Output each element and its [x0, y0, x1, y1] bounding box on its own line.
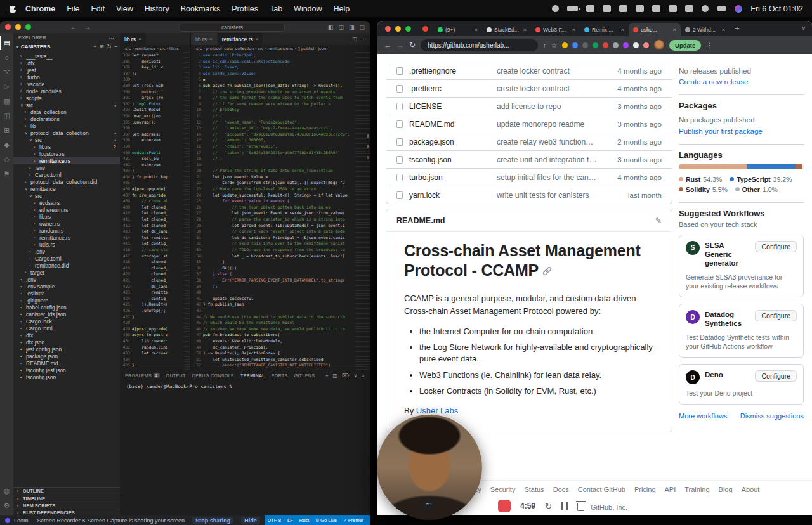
tree-folder-target[interactable]: ›target	[13, 269, 120, 276]
chrome-menu-icon[interactable]: ⋮	[706, 42, 712, 49]
close-tab-icon[interactable]: ×	[722, 27, 725, 33]
tree-file-tsconfig-jest-json[interactable]: ▪tsconfig.jest.json	[13, 366, 120, 373]
stop-recording-button[interactable]	[498, 500, 511, 512]
tree-folder-src[interactable]: ∨src●	[13, 101, 120, 108]
usher-labs-link[interactable]: Usher Labs	[416, 406, 458, 415]
collapse-folders-icon[interactable]: −	[114, 44, 117, 49]
tree-folder-jest[interactable]: ›.jest	[13, 67, 120, 74]
menu-chrome[interactable]: Chrome	[20, 4, 61, 13]
tree-file-cargo-toml[interactable]: ▪Cargo.toml	[13, 325, 120, 332]
keyboard-brightness-icon[interactable]	[685, 5, 693, 12]
footer-link-api[interactable]: API	[665, 486, 676, 493]
tree-file-env[interactable]: ▪.env	[13, 248, 120, 255]
nav-back-icon[interactable]: ←	[70, 23, 77, 30]
close-window-button[interactable]	[385, 26, 391, 32]
forward-button[interactable]: →	[396, 41, 404, 49]
new-tab-button[interactable]: +	[735, 23, 740, 33]
tree-file-ecdsa-rs[interactable]: ▪ecdsa.rs	[13, 199, 120, 206]
tree-file-babel-config-json[interactable]: ▪babel.config.json	[13, 304, 120, 311]
tree-file-env-sample[interactable]: ▪.env.sample	[13, 283, 120, 290]
back-button[interactable]: ←	[384, 41, 391, 49]
tree-file-eslintrc[interactable]: ▪.eslintrc	[13, 290, 120, 297]
panel-tab-ports[interactable]: PORTS	[272, 370, 288, 380]
minimize-window-button[interactable]	[395, 26, 401, 32]
anchor-link-icon[interactable]	[542, 266, 552, 276]
command-center-search[interactable]: canisters	[180, 23, 285, 32]
tree-folder-turbo[interactable]: ›.turbo	[13, 74, 120, 81]
file-row-readme-md[interactable]: README.mdupdate monorepo readme3 months …	[386, 115, 672, 133]
file-name[interactable]: .prettierrc	[409, 84, 490, 93]
file-name[interactable]: yarn.lock	[409, 191, 490, 200]
footer-link-blog[interactable]: Blog	[719, 486, 733, 493]
bluetooth-icon[interactable]	[636, 5, 644, 12]
tree-folder-vscode[interactable]: ›.vscode	[13, 81, 120, 88]
tree-folder-tests[interactable]: ›___tests__	[13, 53, 120, 60]
tree-folder-protocol-data-collection[interactable]: ∨protocol_data_collection●	[13, 129, 120, 136]
tree-file-remittance-rs[interactable]: ▪remittance.rs	[13, 234, 120, 241]
footer-link-about[interactable]: About	[742, 486, 760, 493]
zoom-window-button[interactable]	[405, 26, 411, 32]
tree-file-dfx[interactable]: ▪dfx	[13, 332, 120, 339]
section-rust-dependencies[interactable]: ›RUST DEPENDENCIES	[13, 509, 120, 515]
tree-file-remittance-did[interactable]: ▪remittance.did	[13, 262, 120, 269]
tree-file-canister-ids-json[interactable]: ▪canister_ids.json	[13, 311, 120, 318]
minimize-window-button[interactable]	[15, 24, 21, 30]
refresh-explorer-icon[interactable]: ↻	[107, 44, 112, 49]
footer-link-status[interactable]: Status	[524, 486, 544, 493]
footer-link-docs[interactable]: Docs	[553, 486, 569, 493]
status-utf-8[interactable]: UTF-8	[268, 517, 281, 523]
file-name[interactable]: README.md	[409, 120, 490, 129]
extension-icon[interactable]	[613, 42, 619, 48]
display-icon[interactable]	[603, 5, 611, 12]
docker-icon[interactable]: ◇	[0, 152, 13, 167]
file-name[interactable]: .prettierignore	[409, 67, 490, 75]
close-window-button[interactable]	[5, 24, 11, 30]
close-tab-icon[interactable]: ×	[621, 27, 624, 33]
editor-tab-lib-rs[interactable]: lib.rs×	[191, 33, 218, 45]
new-file-icon[interactable]: +	[93, 44, 96, 49]
gitlens-icon[interactable]: ◆	[0, 138, 13, 152]
configure-button[interactable]: Configure	[755, 241, 797, 252]
screen-mirroring-icon[interactable]	[586, 5, 594, 12]
file-row-prettierrc[interactable]: .prettierrccreate locker contract4 month…	[386, 79, 672, 97]
commit-message[interactable]: add license to repo	[497, 102, 597, 111]
explorer-more-icon[interactable]: ⋯	[109, 35, 115, 41]
menubar-clock[interactable]: Fri 6 Oct 01:02	[750, 4, 803, 13]
menu-history[interactable]: History	[139, 4, 175, 13]
tree-file-cargo-toml[interactable]: ▪Cargo.toml	[13, 255, 120, 262]
commit-message[interactable]: create relay web3 functions and impleme.…	[497, 138, 597, 146]
close-tab-icon[interactable]: ×	[256, 36, 259, 42]
zoom-window-button[interactable]	[25, 24, 31, 30]
webcam-options-icon[interactable]: ⋯	[422, 497, 436, 510]
panel-tab-output[interactable]: OUTPUT	[166, 370, 186, 380]
minimap[interactable]	[185, 52, 190, 370]
menu-bookmarks[interactable]: Bookmarks	[175, 4, 226, 13]
menu-edit[interactable]: Edit	[85, 4, 110, 13]
code-lines[interactable]: let request derivati key_id: c};let (res…	[132, 52, 185, 370]
close-tab-icon[interactable]: ×	[523, 27, 527, 33]
menu-file[interactable]: File	[61, 4, 85, 13]
extension-icon[interactable]	[643, 42, 649, 48]
browser-tab-remix[interactable]: Remix ...×	[580, 23, 629, 36]
source-control-icon[interactable]: ⌥	[0, 65, 13, 79]
browser-tab-ushe[interactable]: ushe...×	[629, 23, 681, 36]
hide-share-bar-button[interactable]: Hide	[241, 517, 260, 524]
status-lf[interactable]: LF	[287, 517, 293, 523]
tree-folder-src[interactable]: ∨src●	[13, 136, 120, 143]
tree-file-lib-rs[interactable]: ▪lib.rs2	[13, 143, 120, 150]
volume-icon[interactable]	[652, 5, 660, 12]
extension-icon[interactable]	[603, 42, 608, 48]
tree-file-ethereum-rs[interactable]: ▪ethereum.rs	[13, 206, 120, 213]
menu-help[interactable]: Help	[328, 4, 356, 13]
section-timeline[interactable]: ›TIMELINE	[13, 495, 120, 502]
extension-icon[interactable]	[593, 42, 598, 48]
tree-folder-node-modules[interactable]: ›node_modules	[13, 88, 120, 94]
tree-folder-remittance[interactable]: ∨remittance	[13, 185, 120, 192]
extension-icon[interactable]	[562, 42, 568, 48]
tree-file-cargo-lock[interactable]: ▪Cargo.lock	[13, 318, 120, 325]
tree-folder-src[interactable]: ∨src	[13, 192, 120, 199]
tree-file-protocol-data-collection-did[interactable]: ▪protocol_data_collection.did	[13, 178, 120, 185]
account-icon[interactable]: ◍	[0, 484, 13, 498]
file-row-prettierignore[interactable]: .prettierignorecreate locker contract4 m…	[386, 62, 672, 79]
browser-tab-web3-f[interactable]: Web3 F...×	[531, 23, 580, 36]
